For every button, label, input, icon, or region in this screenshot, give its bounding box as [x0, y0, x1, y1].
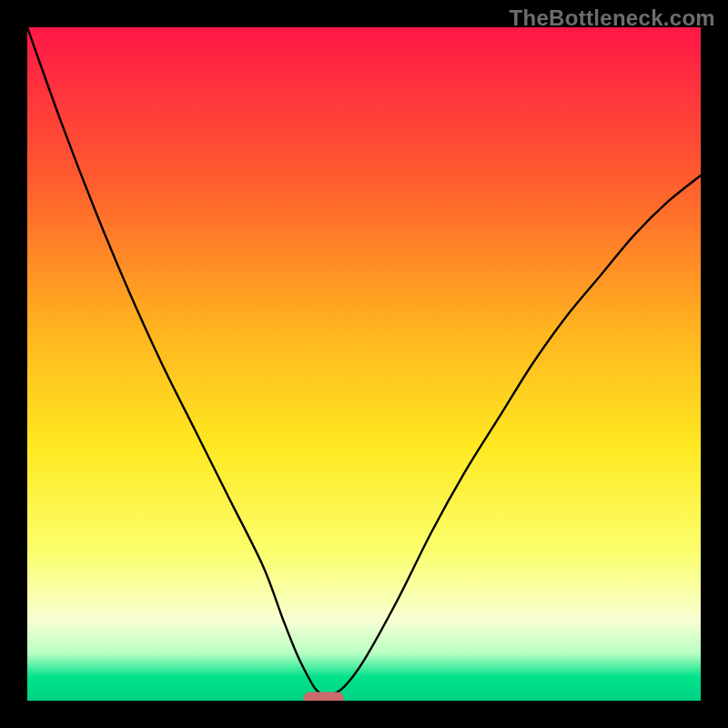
plot-area — [27, 27, 701, 701]
optimal-marker — [303, 693, 343, 701]
bottleneck-chart — [27, 27, 701, 701]
gradient-background — [27, 27, 701, 701]
chart-frame: TheBottleneck.com — [0, 0, 728, 728]
